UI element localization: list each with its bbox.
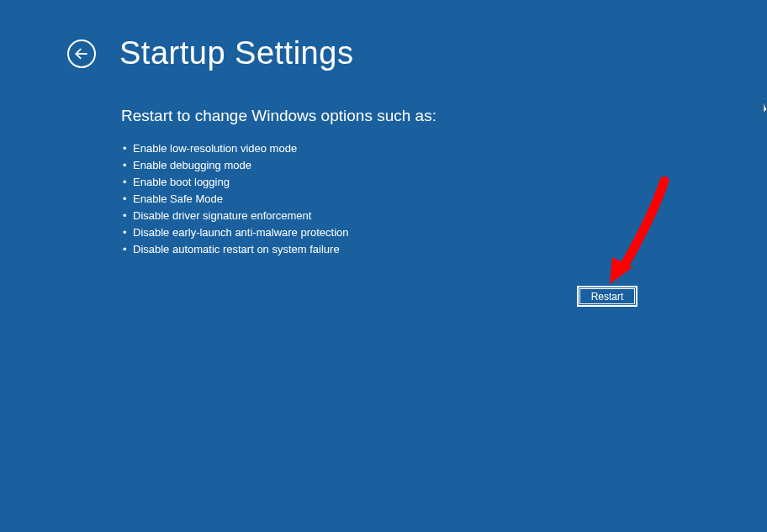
page-header: Startup Settings [0, 0, 767, 71]
cursor-icon [764, 101, 767, 113]
content-area: Restart to change Windows options such a… [0, 71, 767, 258]
svg-marker-1 [610, 257, 632, 284]
list-item: Enable debugging mode [133, 157, 767, 174]
restart-button-label: Restart [591, 291, 624, 303]
back-button[interactable] [67, 40, 96, 68]
options-list: Enable low-resolution video mode Enable … [121, 140, 767, 258]
restart-button[interactable]: Restart [577, 286, 637, 307]
page-title: Startup Settings [119, 35, 353, 71]
arrow-left-icon [73, 45, 90, 62]
subtitle: Restart to change Windows options such a… [121, 107, 767, 125]
list-item: Enable Safe Mode [133, 191, 767, 208]
list-item: Disable driver signature enforcement [133, 208, 767, 224]
list-item: Enable boot logging [133, 174, 767, 191]
list-item: Disable automatic restart on system fail… [133, 241, 767, 258]
list-item: Disable early-launch anti-malware protec… [133, 224, 767, 241]
list-item: Enable low-resolution video mode [133, 140, 767, 157]
